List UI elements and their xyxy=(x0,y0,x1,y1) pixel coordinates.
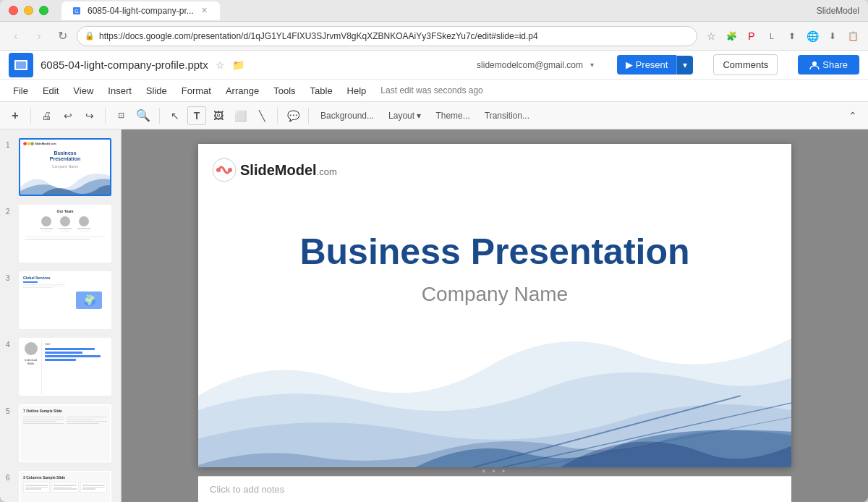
zoom-in-btn[interactable]: 🔍 xyxy=(133,106,153,125)
menu-insert[interactable]: Insert xyxy=(101,82,139,99)
layout-btn[interactable]: Layout ▾ xyxy=(383,106,427,125)
toolbar-right: ⌃ xyxy=(843,106,862,125)
slide-panel: 1 🔴🟡🟢 SlideModel.com Business Presentati… xyxy=(0,129,122,502)
menu-file[interactable]: File xyxy=(6,82,35,99)
svg-point-6 xyxy=(216,168,221,172)
svg-point-4 xyxy=(812,61,817,66)
svg-rect-3 xyxy=(16,61,26,69)
slidemodel-logo-icon xyxy=(211,157,237,183)
select-tool[interactable]: ↖ xyxy=(166,106,184,125)
url-text: https://docs.google.com/presentation/d/1… xyxy=(99,31,689,41)
menu-tools[interactable]: Tools xyxy=(266,82,302,99)
menu-help[interactable]: Help xyxy=(340,82,374,99)
browser-app-name: SlideModel xyxy=(817,6,859,16)
user-email: slidemodelcom@gmail.com xyxy=(477,60,583,70)
shapes-tool[interactable]: ⬜ xyxy=(231,106,250,125)
comments-button[interactable]: Comments xyxy=(713,54,778,75)
slide-thumb-3[interactable]: 3 Global Services 🌍 xyxy=(0,268,121,332)
tab-close-btn[interactable]: ✕ xyxy=(200,6,210,16)
browser-toolbar: ‹ › ↻ 🔒 https://docs.google.com/presenta… xyxy=(0,22,868,51)
close-window-btn[interactable] xyxy=(9,6,18,15)
browser-tab[interactable]: G 6085-04-light-company-pr... ✕ xyxy=(61,1,220,20)
app-logo xyxy=(9,53,33,77)
last-edit-status: Last edit was seconds ago xyxy=(380,85,482,95)
back-button[interactable]: ‹ xyxy=(7,27,25,45)
notes-area[interactable]: Click to add notes xyxy=(198,476,791,502)
browser-icon-1[interactable]: L xyxy=(764,28,780,44)
menu-view[interactable]: View xyxy=(66,82,101,99)
minimize-window-btn[interactable] xyxy=(24,6,33,15)
sep-5 xyxy=(308,108,309,124)
tab-title: 6085-04-light-company-pr... xyxy=(88,6,194,16)
refresh-button[interactable]: ↻ xyxy=(54,27,71,45)
browser-titlebar: G 6085-04-light-company-pr... ✕ SlideMod… xyxy=(0,0,868,22)
pinterest-icon[interactable]: P xyxy=(744,28,760,44)
present-button[interactable]: ▶ Present xyxy=(617,55,676,75)
zoom-fit-btn[interactable]: ⊡ xyxy=(111,106,130,125)
address-bar[interactable]: 🔒 https://docs.google.com/presentation/d… xyxy=(77,26,697,46)
file-title: 6085-04-light-company-profile.pptx xyxy=(41,59,208,71)
star-icon[interactable]: ☆ xyxy=(216,59,225,71)
comment-tool[interactable]: 💬 xyxy=(284,106,302,125)
share-button[interactable]: Share xyxy=(798,55,859,75)
present-btn-group: ▶ Present ▾ xyxy=(617,55,693,75)
maximize-window-btn[interactable] xyxy=(39,6,48,15)
slide-thumb-1[interactable]: 1 🔴🟡🟢 SlideModel.com Business Presentati… xyxy=(0,135,121,199)
menu-slide[interactable]: Slide xyxy=(139,82,174,99)
transition-btn[interactable]: Transition... xyxy=(479,106,535,125)
app-title-bar: 6085-04-light-company-profile.pptx ☆ 📁 s… xyxy=(0,51,868,80)
notes-placeholder[interactable]: Click to add notes xyxy=(210,484,284,495)
browser-toolbar-icons: ☆ 🧩 P L ⬆ 🌐 ⬇ 📋 xyxy=(703,28,861,44)
user-dropdown-icon[interactable]: ▾ xyxy=(590,61,594,69)
undo-btn[interactable]: ↩ xyxy=(59,106,77,125)
slide-wave-decoration xyxy=(198,267,791,467)
slide-scroll-handle: • • • xyxy=(198,467,791,476)
slide-thumb-5[interactable]: 5 7 Outline Sample Slide xyxy=(0,401,121,465)
line-tool[interactable]: ╲ xyxy=(252,106,271,125)
bookmark-icon[interactable]: ☆ xyxy=(703,28,719,44)
sep-4 xyxy=(277,108,278,124)
slides-main-area: 1 🔴🟡🟢 SlideModel.com Business Presentati… xyxy=(0,129,868,502)
sep-2 xyxy=(105,108,106,124)
slide-editor: SlideModel .com Business Presentation Co… xyxy=(122,129,868,502)
slide-thumb-6[interactable]: 6 3 Columns Sample Slide xyxy=(0,468,121,502)
tab-favicon: G xyxy=(72,6,82,16)
print-btn[interactable]: 🖨 xyxy=(37,106,56,125)
folder-icon[interactable]: 📁 xyxy=(232,59,244,71)
sep-3 xyxy=(159,108,160,124)
slides-logo-icon xyxy=(14,58,28,72)
browser-icon-2[interactable]: ⬆ xyxy=(784,28,800,44)
browser-icon-5[interactable]: 📋 xyxy=(845,28,861,44)
present-dropdown-button[interactable]: ▾ xyxy=(676,56,693,75)
app-header: 6085-04-light-company-profile.pptx ☆ 📁 s… xyxy=(0,51,868,102)
slides-toolbar: + 🖨 ↩ ↪ ⊡ 🔍 ↖ T 🖼 ⬜ ╲ 💬 Background... La… xyxy=(0,102,868,129)
extensions-icon[interactable]: 🧩 xyxy=(723,28,739,44)
add-element-btn[interactable]: + xyxy=(6,106,25,125)
menu-arrange[interactable]: Arrange xyxy=(218,82,266,99)
browser-icon-3[interactable]: 🌐 xyxy=(804,28,820,44)
slide-logo: SlideModel .com xyxy=(211,157,337,183)
menu-edit[interactable]: Edit xyxy=(35,82,66,99)
share-icon xyxy=(809,60,820,70)
svg-point-7 xyxy=(228,168,232,172)
theme-btn[interactable]: Theme... xyxy=(430,106,475,125)
browser-window: G 6085-04-light-company-pr... ✕ SlideMod… xyxy=(0,0,868,502)
sep-1 xyxy=(30,108,31,124)
forward-button[interactable]: › xyxy=(30,27,48,45)
slide-thumb-4[interactable]: 4 Individual Skills Skill xyxy=(0,335,121,399)
slide-canvas[interactable]: SlideModel .com Business Presentation Co… xyxy=(198,144,791,467)
text-tool[interactable]: T xyxy=(187,106,206,125)
collapse-toolbar-btn[interactable]: ⌃ xyxy=(843,106,862,125)
svg-text:G: G xyxy=(75,9,78,14)
image-tool[interactable]: 🖼 xyxy=(209,106,228,125)
menu-table[interactable]: Table xyxy=(303,82,340,99)
menu-format[interactable]: Format xyxy=(174,82,218,99)
browser-icon-4[interactable]: ⬇ xyxy=(825,28,841,44)
background-btn[interactable]: Background... xyxy=(315,106,380,125)
redo-btn[interactable]: ↪ xyxy=(80,106,99,125)
menu-bar: File Edit View Insert Slide Format Arran… xyxy=(0,80,868,101)
lock-icon: 🔒 xyxy=(85,31,95,41)
slide-thumb-2[interactable]: 2 Our Team xyxy=(0,202,121,265)
